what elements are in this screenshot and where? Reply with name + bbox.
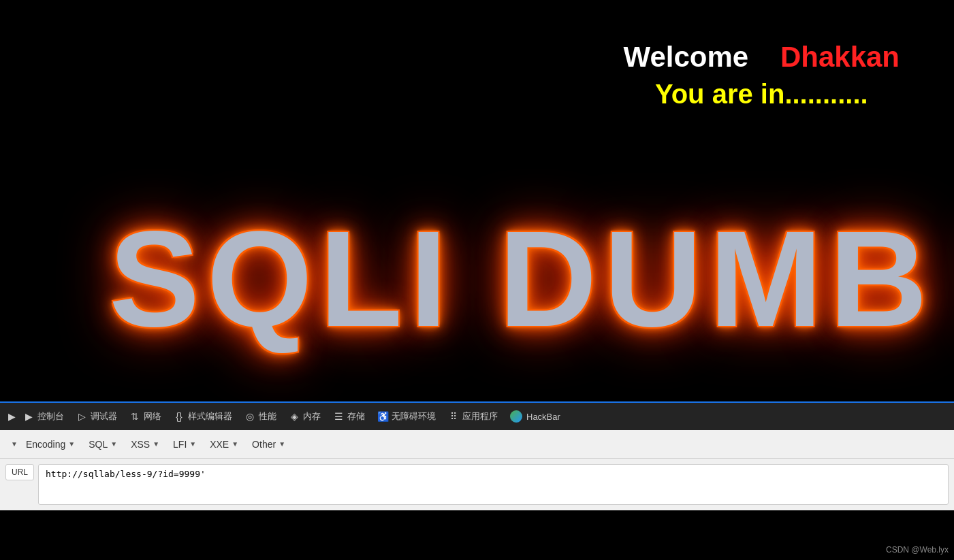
sqli-title: SQLI DUMB SE xyxy=(0,211,954,347)
accessibility-icon: ♿ xyxy=(377,411,388,422)
encoding-arrow-icon: ▼ xyxy=(68,440,75,448)
sql-label: SQL xyxy=(89,439,108,450)
devtools-item-debugger[interactable]: ▷ 调试器 xyxy=(71,408,123,425)
encoding-label: Encoding xyxy=(26,439,65,450)
application-label: 应用程序 xyxy=(462,410,498,423)
welcome-line2: You are in........... xyxy=(624,79,900,110)
hackbar-dropdown-hidden[interactable]: ▼ xyxy=(5,437,18,451)
devtools-item-memory[interactable]: ◈ 内存 xyxy=(283,408,326,425)
memory-label: 内存 xyxy=(303,410,321,423)
performance-label: 性能 xyxy=(259,410,276,423)
lfi-label: LFI xyxy=(173,439,187,450)
memory-icon: ◈ xyxy=(289,411,300,422)
style-editor-label: 样式编辑器 xyxy=(188,410,232,423)
storage-icon: ☰ xyxy=(333,411,344,422)
url-section: URL http://sqllab/less-9/?id=9999' xyxy=(0,459,954,510)
hackbar-label: HackBar xyxy=(526,412,560,422)
lfi-arrow-icon: ▼ xyxy=(189,440,196,448)
hackbar-dropdown-xss[interactable]: XSS ▼ xyxy=(125,435,165,453)
devtools-hidden-icon: ▶ xyxy=(8,411,16,422)
other-arrow-icon: ▼ xyxy=(279,440,285,448)
devtools-item-accessibility[interactable]: ♿ 无障碍环境 xyxy=(372,408,441,425)
devtools-item-hackbar[interactable]: HackBar xyxy=(505,408,566,425)
url-input[interactable]: http://sqllab/less-9/?id=9999' xyxy=(38,464,949,505)
devtools-item-application[interactable]: ⠿ 应用程序 xyxy=(443,408,503,425)
xxe-arrow-icon: ▼ xyxy=(232,440,238,448)
other-label: Other xyxy=(252,439,276,450)
devtools-item-hidden[interactable]: ▶ xyxy=(3,408,16,425)
sql-arrow-icon: ▼ xyxy=(110,440,117,448)
url-label[interactable]: URL xyxy=(5,464,34,480)
welcome-line1: Welcome Dhakkan xyxy=(624,41,900,73)
hackbar-dropdown-other[interactable]: Other ▼ xyxy=(247,435,291,453)
performance-icon: ◎ xyxy=(244,411,255,422)
main-content: Welcome Dhakkan You are in........... SQ… xyxy=(0,0,954,401)
devtools-item-performance[interactable]: ◎ 性能 xyxy=(239,408,282,425)
xxe-label: XXE xyxy=(210,439,229,450)
dropdown-arrow-hidden: ▼ xyxy=(11,440,18,448)
console-icon: ▶ xyxy=(23,411,34,422)
application-icon: ⠿ xyxy=(448,411,459,422)
hackbar-dropdown-xxe[interactable]: XXE ▼ xyxy=(204,435,244,453)
devtools-toolbar: ▶ ▶ 控制台 ▷ 调试器 ⇅ 网络 {} 样式编辑器 ◎ 性能 ◈ 内存 ☰ … xyxy=(0,401,954,430)
welcome-name: Dhakkan xyxy=(780,41,900,73)
devtools-item-console[interactable]: ▶ 控制台 xyxy=(18,408,69,425)
hackbar-dropdown-sql[interactable]: SQL ▼ xyxy=(83,435,123,453)
accessibility-label: 无障碍环境 xyxy=(392,410,436,423)
watermark: CSDN @Web.lyx xyxy=(886,545,949,555)
storage-label: 存储 xyxy=(347,410,365,423)
hackbar-icon xyxy=(510,410,522,423)
welcome-text: Welcome xyxy=(624,41,749,73)
hackbar-toolbar: ▼ Encoding ▼ SQL ▼ XSS ▼ LFI ▼ XXE ▼ Oth… xyxy=(0,430,954,459)
xss-label: XSS xyxy=(131,439,150,450)
debugger-icon: ▷ xyxy=(76,411,87,422)
hackbar-dropdown-encoding[interactable]: Encoding ▼ xyxy=(20,435,80,453)
devtools-item-style-editor[interactable]: {} 样式编辑器 xyxy=(168,408,238,425)
console-label: 控制台 xyxy=(37,410,64,423)
network-label: 网络 xyxy=(144,410,161,423)
xss-arrow-icon: ▼ xyxy=(153,440,159,448)
style-editor-icon: {} xyxy=(174,411,185,422)
devtools-item-storage[interactable]: ☰ 存储 xyxy=(328,408,370,425)
devtools-item-network[interactable]: ⇅ 网络 xyxy=(124,408,167,425)
hackbar-dropdown-lfi[interactable]: LFI ▼ xyxy=(168,435,202,453)
network-icon: ⇅ xyxy=(129,411,140,422)
debugger-label: 调试器 xyxy=(91,410,117,423)
welcome-section: Welcome Dhakkan You are in........... xyxy=(624,41,900,110)
